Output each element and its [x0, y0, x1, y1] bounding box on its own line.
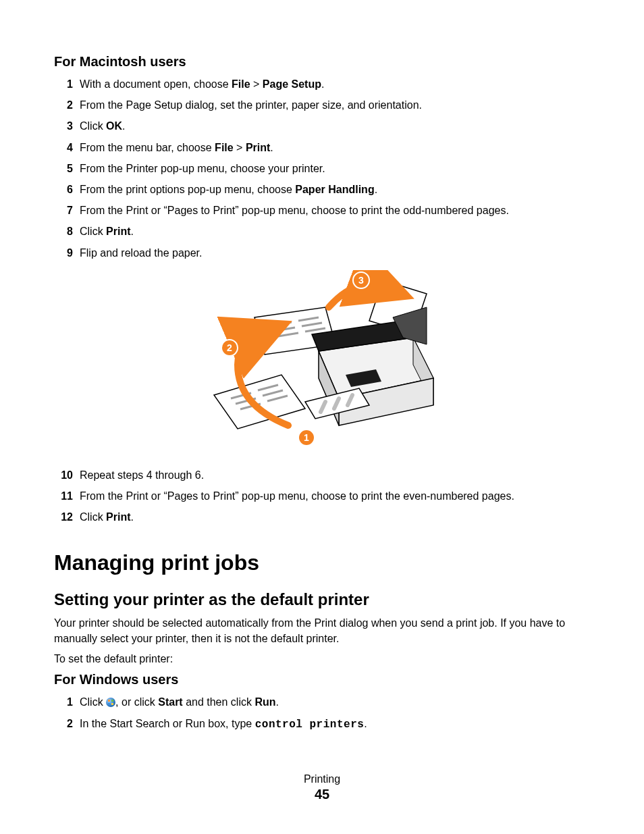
step-item: 7From the Print or “Pages to Print” pop-… [54, 203, 590, 218]
step-item: 2In the Start Search or Run box, type co… [54, 716, 590, 733]
footer-chapter: Printing [54, 773, 590, 785]
step-text: From the Print or “Pages to Print” pop-u… [80, 488, 590, 504]
step-text: From the print options pop-up menu, choo… [80, 182, 590, 197]
step-text: In the Start Search or Run box, type con… [80, 716, 590, 733]
mac-steps-list: 1With a document open, choose File > Pag… [54, 76, 590, 261]
step-text: From the Printer pop-up menu, choose you… [80, 161, 590, 176]
svg-marker-0 [214, 375, 305, 429]
step-item: 3Click OK. [54, 118, 590, 134]
step-item: 6From the print options pop-up menu, cho… [54, 182, 590, 197]
heading-mac: For Macintosh users [54, 54, 590, 70]
step-text: From the Print or “Pages to Print” pop-u… [80, 203, 590, 218]
step-number: 3 [54, 118, 80, 134]
step-number: 2 [54, 97, 80, 113]
step-number: 8 [54, 224, 80, 239]
step-item: 10Repeat steps 4 through 6. [54, 467, 590, 483]
step-text: Click Print. [80, 509, 590, 525]
step-item: 2From the Page Setup dialog, set the pri… [54, 97, 590, 113]
printer-figure: 1 2 3 [54, 270, 590, 455]
step-text: Click OK. [80, 118, 590, 134]
step-item: 12Click Print. [54, 509, 590, 525]
mac-steps-list-continued: 10Repeat steps 4 through 6.11From the Pr… [54, 467, 590, 525]
step-text: Flip and reload the paper. [80, 245, 590, 261]
paragraph-default-printer-intro: Your printer should be selected automati… [54, 616, 590, 646]
footer-page-number: 45 [54, 787, 590, 802]
windows-steps-list: 1Click , or click Start and then click R… [54, 694, 590, 732]
step-number: 11 [54, 488, 80, 504]
step-number: 5 [54, 161, 80, 176]
heading-managing-print-jobs: Managing print jobs [54, 550, 590, 575]
step-item: 4From the menu bar, choose File > Print. [54, 140, 590, 155]
step-item: 11From the Print or “Pages to Print” pop… [54, 488, 590, 504]
paragraph-to-set-default: To set the default printer: [54, 652, 590, 667]
step-number: 6 [54, 182, 80, 197]
step-number: 1 [54, 694, 80, 710]
step-text: Repeat steps 4 through 6. [80, 467, 590, 483]
step-number: 10 [54, 467, 80, 483]
figure-callout-1: 1 [304, 432, 309, 443]
step-number: 4 [54, 140, 80, 155]
step-number: 2 [54, 716, 80, 731]
step-item: 1With a document open, choose File > Pag… [54, 76, 590, 92]
step-item: 8Click Print. [54, 224, 590, 239]
step-text: From the Page Setup dialog, set the prin… [80, 97, 590, 113]
step-number: 12 [54, 509, 80, 525]
figure-callout-3: 3 [358, 275, 364, 286]
step-text: From the menu bar, choose File > Print. [80, 140, 590, 155]
step-item: 9Flip and reload the paper. [54, 245, 590, 261]
heading-windows: For Windows users [54, 672, 590, 687]
windows-start-icon [106, 698, 115, 707]
step-number: 9 [54, 245, 80, 261]
heading-default-printer: Setting your printer as the default prin… [54, 590, 590, 609]
step-item: 1Click , or click Start and then click R… [54, 694, 590, 710]
step-text: Click Print. [80, 224, 590, 239]
step-number: 7 [54, 203, 80, 218]
step-text: Click , or click Start and then click Ru… [80, 694, 590, 710]
step-number: 1 [54, 76, 80, 92]
figure-callout-2: 2 [227, 342, 232, 353]
step-text: With a document open, choose File > Page… [80, 76, 590, 92]
step-item: 5From the Printer pop-up menu, choose yo… [54, 161, 590, 176]
